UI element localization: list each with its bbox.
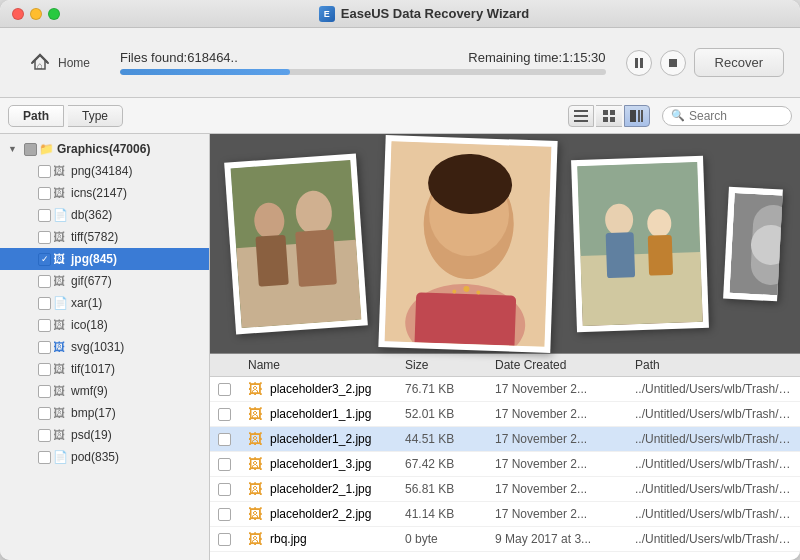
sidebar-item-graphics[interactable]: ▼ 📁 Graphics(47006) <box>0 138 209 160</box>
sidebar-item-svg[interactable]: 🖼 svg(1031) <box>0 336 209 358</box>
sidebar-item-psd[interactable]: 🖼 psd(19) <box>0 424 209 446</box>
svg-rect-1 <box>635 58 638 68</box>
file-path-6: ../Untitled/Users/wlb/Trash/paul'... <box>635 532 792 546</box>
file-checkbox-6[interactable] <box>218 533 231 546</box>
svg-rect-13 <box>641 110 643 122</box>
svg-rect-19 <box>295 229 337 287</box>
icon-ico: 🖼 <box>53 318 69 332</box>
pause-button[interactable] <box>626 50 652 76</box>
icon-wmf: 🖼 <box>53 384 69 398</box>
checkbox-bmp[interactable] <box>38 407 51 420</box>
label-svg: svg(1031) <box>71 340 124 354</box>
icon-xar: 📄 <box>53 296 69 310</box>
list-view-button[interactable] <box>568 105 594 127</box>
sidebar-item-pod[interactable]: 📄 pod(835) <box>0 446 209 468</box>
svg-rect-5 <box>574 115 588 117</box>
file-row[interactable]: 🖼 placeholder2_1.jpg 56.81 KB 17 Novembe… <box>210 477 800 502</box>
file-path-4: ../Untitled/Users/wlb/Trash/paul'... <box>635 482 792 496</box>
col-header-size: Size <box>405 358 495 372</box>
checkbox-wmf[interactable] <box>38 385 51 398</box>
file-name-3: placeholder1_3.jpg <box>270 457 371 471</box>
sidebar-item-icns[interactable]: 🖼 icns(2147) <box>0 182 209 204</box>
sidebar-item-tiff2[interactable]: 🖼 tif(1017) <box>0 358 209 380</box>
checkbox-psd[interactable] <box>38 429 51 442</box>
home-icon: ⌂ <box>26 49 54 77</box>
traffic-lights <box>12 8 60 20</box>
file-checkbox-3[interactable] <box>218 458 231 471</box>
file-row[interactable]: 🖼 placeholder1_1.jpg 52.01 KB 17 Novembe… <box>210 402 800 427</box>
file-icon-2: 🖼 <box>248 431 262 447</box>
file-row-selected[interactable]: 🖼 placeholder1_2.jpg 44.51 KB 17 Novembe… <box>210 427 800 452</box>
svg-rect-2 <box>640 58 643 68</box>
checkbox-db[interactable] <box>38 209 51 222</box>
photo-card-3[interactable] <box>571 155 709 332</box>
file-row[interactable]: 🖼 rbq.jpg 0 byte 9 May 2017 at 3... ../U… <box>210 527 800 552</box>
file-icon-3: 🖼 <box>248 456 262 472</box>
file-icon-6: 🖼 <box>248 531 262 547</box>
home-button[interactable]: ⌂ Home <box>16 43 100 83</box>
maximize-button[interactable] <box>48 8 60 20</box>
checkbox-icns[interactable] <box>38 187 51 200</box>
sidebar-item-jpg[interactable]: 🖼 jpg(845) <box>0 248 209 270</box>
photo-2 <box>385 141 552 346</box>
file-row[interactable]: 🖼 placeholder3_2.jpg 76.71 KB 17 Novembe… <box>210 377 800 402</box>
checkbox-svg[interactable] <box>38 341 51 354</box>
sidebar-item-xar[interactable]: 📄 xar(1) <box>0 292 209 314</box>
search-box[interactable]: 🔍 <box>662 106 792 126</box>
checkbox-ico[interactable] <box>38 319 51 332</box>
sidebar-item-bmp[interactable]: 🖼 bmp(17) <box>0 402 209 424</box>
svg-rect-32 <box>606 232 636 278</box>
home-label: Home <box>58 56 90 70</box>
photo-card-4[interactable] <box>723 186 783 301</box>
sidebar-item-ico[interactable]: 🖼 ico(18) <box>0 314 209 336</box>
toolbar: Path Type <box>0 98 800 134</box>
checkbox-tiff2[interactable] <box>38 363 51 376</box>
checkbox-graphics[interactable] <box>24 143 37 156</box>
progress-labels: Files found:618464.. Remaining time:1:15… <box>120 50 606 65</box>
checkbox-xar[interactable] <box>38 297 51 310</box>
svg-text:⌂: ⌂ <box>37 60 43 71</box>
sidebar-item-wmf[interactable]: 🖼 wmf(9) <box>0 380 209 402</box>
file-row[interactable]: 🖼 placeholder2_2.jpg 41.14 KB 17 Novembe… <box>210 502 800 527</box>
checkbox-png[interactable] <box>38 165 51 178</box>
file-size-6: 0 byte <box>405 532 495 546</box>
file-checkbox-4[interactable] <box>218 483 231 496</box>
close-button[interactable] <box>12 8 24 20</box>
path-tab[interactable]: Path <box>8 105 64 127</box>
file-checkbox-5[interactable] <box>218 508 231 521</box>
file-name-4: placeholder2_1.jpg <box>270 482 371 496</box>
recover-button[interactable]: Recover <box>694 48 784 77</box>
stop-button[interactable] <box>660 50 686 76</box>
file-path-0: ../Untitled/Users/wlb/Trash/paul'... <box>635 382 792 396</box>
svg-rect-17 <box>255 234 288 286</box>
icon-jpg: 🖼 <box>53 252 69 266</box>
checkbox-jpg[interactable] <box>38 253 51 266</box>
preview-view-button[interactable] <box>624 105 650 127</box>
file-path-3: ../Untitled/Users/wlb/Trash/paul'... <box>635 457 792 471</box>
file-icon-4: 🖼 <box>248 481 262 497</box>
file-row[interactable]: 🖼 placeholder1_3.jpg 67.42 KB 17 Novembe… <box>210 452 800 477</box>
sidebar-item-png[interactable]: 🖼 png(34184) <box>0 160 209 182</box>
search-input[interactable] <box>689 109 779 123</box>
sidebar-item-gif[interactable]: 🖼 gif(677) <box>0 270 209 292</box>
file-path-1: ../Untitled/Users/wlb/Trash/paul'... <box>635 407 792 421</box>
checkbox-tiff1[interactable] <box>38 231 51 244</box>
svg-rect-4 <box>574 110 588 112</box>
sidebar-item-tiff1[interactable]: 🖼 tiff(5782) <box>0 226 209 248</box>
expand-arrow-graphics: ▼ <box>8 144 22 154</box>
file-icon-0: 🖼 <box>248 381 262 397</box>
grid-view-button[interactable] <box>596 105 622 127</box>
file-checkbox-2[interactable] <box>218 433 231 446</box>
checkbox-gif[interactable] <box>38 275 51 288</box>
file-checkbox-1[interactable] <box>218 408 231 421</box>
minimize-button[interactable] <box>30 8 42 20</box>
file-date-5: 17 November 2... <box>495 507 635 521</box>
photo-card-1[interactable] <box>224 153 368 334</box>
file-checkbox-0[interactable] <box>218 383 231 396</box>
file-date-2: 17 November 2... <box>495 432 635 446</box>
type-tab[interactable]: Type <box>68 105 123 127</box>
photo-card-2[interactable] <box>378 135 557 353</box>
label-psd: psd(19) <box>71 428 112 442</box>
sidebar-item-db[interactable]: 📄 db(362) <box>0 204 209 226</box>
checkbox-pod[interactable] <box>38 451 51 464</box>
